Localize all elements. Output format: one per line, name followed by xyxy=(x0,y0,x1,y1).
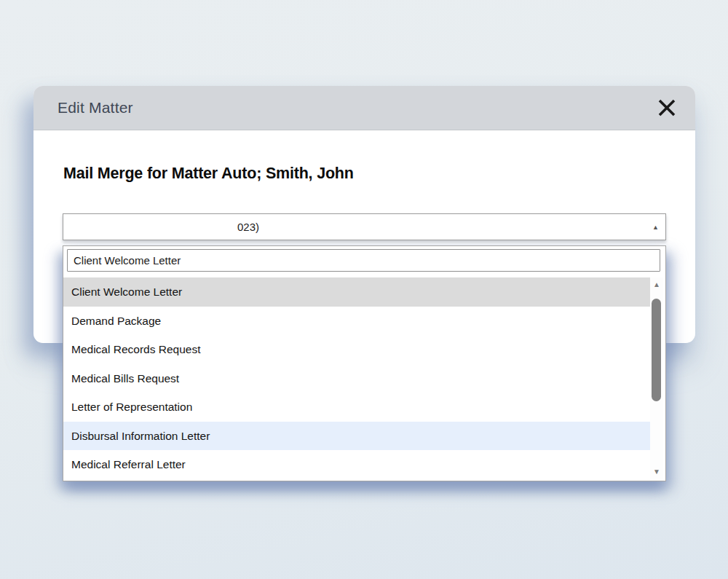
modal-header: Edit Matter xyxy=(33,86,695,130)
triangle-up-icon: ▲ xyxy=(653,281,660,288)
mail-merge-heading: Mail Merge for Matter Auto; Smith, John xyxy=(63,165,354,183)
triangle-down-icon: ▼ xyxy=(653,468,660,476)
triangle-up-icon: ▲ xyxy=(652,224,659,230)
option-client-welcome-letter[interactable]: Client Welcome Letter xyxy=(63,277,651,307)
option-disbursal-information-letter[interactable]: Disbursal Information Letter xyxy=(63,422,651,451)
modal-title: Edit Matter xyxy=(58,99,133,117)
close-button[interactable] xyxy=(654,95,679,120)
scroll-down-button[interactable]: ▼ xyxy=(650,465,663,479)
option-medical-bills-request[interactable]: Medical Bills Request xyxy=(63,364,651,393)
list-scrollbar[interactable]: ▲ ▼ xyxy=(650,277,663,481)
page-background: Edit Matter Mail Merge for Matter Auto; … xyxy=(0,0,728,579)
scrollbar-thumb[interactable] xyxy=(652,299,661,401)
option-demand-package[interactable]: Demand Package xyxy=(63,307,651,336)
close-icon xyxy=(657,98,677,118)
template-option-list: Client Welcome Letter Demand Package Med… xyxy=(63,277,651,479)
template-combobox[interactable]: 023) ▲ xyxy=(63,213,666,240)
template-dropdown-panel: Client Welcome Letter Demand Package Med… xyxy=(63,245,666,481)
option-medical-records-request[interactable]: Medical Records Request xyxy=(63,335,651,364)
scroll-up-button[interactable]: ▲ xyxy=(650,277,663,292)
option-medical-referral-letter[interactable]: Medical Referral Letter xyxy=(63,450,651,479)
option-letter-of-representation[interactable]: Letter of Representation xyxy=(63,393,651,422)
template-search-input[interactable] xyxy=(67,249,660,272)
combobox-value: 023) xyxy=(237,214,259,240)
